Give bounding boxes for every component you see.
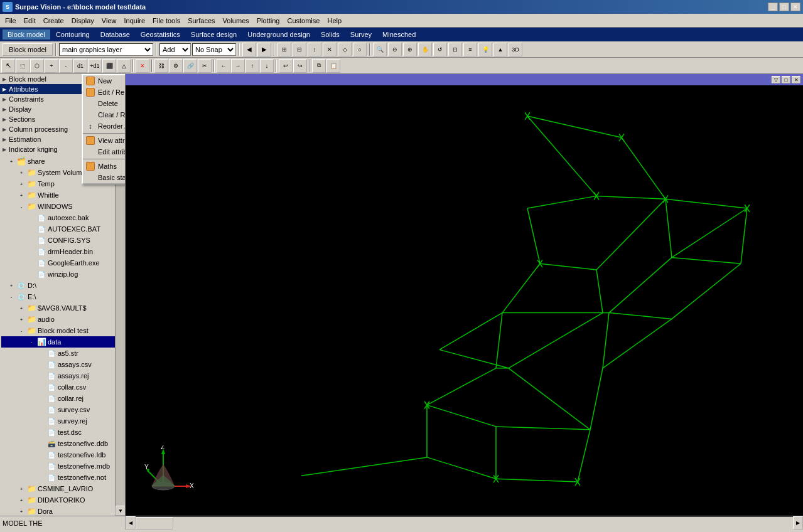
tree-block-model-test[interactable]: - 📁 Block model test <box>1 325 124 336</box>
tree-testzonefive-not[interactable]: 📄 testzonefive.not <box>1 472 124 483</box>
menu-help[interactable]: Help <box>323 16 345 26</box>
nav-surface-design[interactable]: Surface design <box>186 29 242 40</box>
tb-light[interactable]: 💡 <box>478 43 492 56</box>
tree-audio[interactable]: + 📁 audio <box>1 314 124 325</box>
tb-zoom-out[interactable]: ⊖ <box>388 43 402 56</box>
tree-avg-vault[interactable]: + 📁 $AVG8.VAULT$ <box>1 302 124 314</box>
tree-test-dsc[interactable]: 📄 test.dsc <box>1 427 124 438</box>
t3-copy[interactable]: ⧉ <box>312 59 326 73</box>
t3-undo[interactable]: ↩ <box>279 59 293 73</box>
tb-circle[interactable]: ○ <box>353 43 367 56</box>
tb-fit[interactable]: ⊡ <box>448 43 462 56</box>
3d-viewport[interactable]: Z Y X <box>126 85 803 516</box>
t3-arrow-l[interactable]: ← <box>217 59 230 73</box>
tree-collar-rej[interactable]: 📄 collar.rej <box>1 393 124 404</box>
menu-display[interactable]: Display <box>68 16 98 26</box>
nav-contouring[interactable]: Contouring <box>51 29 95 40</box>
tree-assays-csv[interactable]: 📄 assays.csv <box>1 359 124 370</box>
hscroll-left-btn[interactable]: ◀ <box>126 516 136 529</box>
tb-diamond[interactable]: ◇ <box>338 43 352 56</box>
maximize-button[interactable]: □ <box>779 3 789 11</box>
tree-as5-str[interactable]: 📄 as5.str <box>1 348 124 359</box>
menu-volumes[interactable]: Volumes <box>219 16 253 26</box>
tree-file-autoexec-bat[interactable]: 📄 AUTOEXEC.BAT <box>1 223 124 235</box>
t3-link[interactable]: 🔗 <box>183 59 197 73</box>
tb-grid2[interactable]: ⊟ <box>293 43 306 56</box>
nav-solids[interactable]: Solids <box>316 29 345 40</box>
menu-view[interactable]: View <box>98 16 121 26</box>
hscroll-right-btn[interactable]: ▶ <box>793 516 803 529</box>
add-select[interactable]: Add <box>159 43 191 56</box>
tb-shade[interactable]: ▲ <box>493 43 507 56</box>
tree-collar-csv[interactable]: 📄 collar.csv <box>1 381 124 393</box>
nav-survey[interactable]: Survey <box>345 29 377 40</box>
t3-select-box[interactable]: ⬚ <box>16 59 30 73</box>
menu-surfaces[interactable]: Surfaces <box>184 16 218 26</box>
menu-item-edit-one-block[interactable]: Edit attributes for one block <box>83 146 126 157</box>
tb-3d[interactable]: 3D <box>509 43 522 56</box>
tree-dora[interactable]: + 📁 Dora <box>1 506 124 516</box>
tree-file-config-sys[interactable]: 📄 CONFIG.SYS <box>1 235 124 246</box>
menu-inquire[interactable]: Inquire <box>120 16 149 26</box>
tb-zoom-in[interactable]: 🔍 <box>373 43 387 56</box>
nav-underground-design[interactable]: Underground design <box>242 29 315 40</box>
menu-item-clear-reset[interactable]: Clear / Reset to background value <box>83 109 126 120</box>
tree-csmine[interactable]: + 📁 CSMINE_LAVRIO <box>1 483 124 494</box>
block-model-button[interactable]: Block model <box>3 43 53 56</box>
tb-grid[interactable]: ⊞ <box>278 43 291 56</box>
nav-geostatistics[interactable]: Geostatistics <box>136 29 185 40</box>
tree-testzonefive-ldb[interactable]: 📄 testzonefive.ldb <box>1 449 124 460</box>
t3-arrow-u[interactable]: ↑ <box>245 59 259 73</box>
tree-survey-csv[interactable]: 📄 survey.csv <box>1 404 124 415</box>
close-button[interactable]: ✕ <box>790 3 800 11</box>
t3-arrow-d[interactable]: ↓ <box>260 59 274 73</box>
menu-item-new[interactable]: New <box>83 75 126 87</box>
t3-plus-d1[interactable]: +d1 <box>88 59 102 73</box>
tree-assays-rej[interactable]: 📄 assays.rej <box>1 370 124 381</box>
menu-create[interactable]: Create <box>40 16 68 26</box>
t3-redo[interactable]: ↪ <box>293 59 307 73</box>
nav-database[interactable]: Database <box>95 29 135 40</box>
menu-item-maths[interactable]: Maths <box>83 161 126 172</box>
tb-rotate[interactable]: ↺ <box>433 43 447 56</box>
tb-pan[interactable]: ✋ <box>418 43 432 56</box>
tree-file-googleearth[interactable]: 📄 GoogleEarth.exe <box>1 257 124 269</box>
tree-testzonefive-mdb[interactable]: 📄 testzonefive.mdb <box>1 460 124 472</box>
menu-item-view-one-block[interactable]: View attributes for one block <box>83 135 126 146</box>
tree-drive-d[interactable]: + 💿 D:\ <box>1 280 124 291</box>
canvas-close-btn[interactable]: ✕ <box>792 76 800 83</box>
t3-unchain[interactable]: ⚙ <box>169 59 183 73</box>
tb-icon-x[interactable]: ✕ <box>323 43 337 56</box>
tb-icon-2[interactable]: ▶ <box>257 43 271 56</box>
scroll-down-button[interactable]: ▼ <box>116 506 126 516</box>
t3-add-pt[interactable]: + <box>45 59 58 73</box>
menu-item-reorder[interactable]: ↕ Reorder Attributes <box>83 120 126 132</box>
canvas-maximize-btn[interactable]: □ <box>782 76 790 83</box>
snap-select[interactable]: No Snap <box>192 43 236 56</box>
tree-windows[interactable]: - 📁 WINDOWS <box>1 201 124 212</box>
t3-del-pt[interactable]: - <box>59 59 73 73</box>
hscroll-track[interactable] <box>136 516 793 529</box>
tree-file-drmheader[interactable]: 📄 drmHeader.bin <box>1 246 124 257</box>
t3-tri[interactable]: △ <box>117 59 131 73</box>
tree-testzonefive-ddb[interactable]: 🗃️ testzonefive.ddb <box>1 438 124 449</box>
nav-block-model[interactable]: Block model <box>3 29 50 40</box>
graphics-layer-select[interactable]: main graphics layer <box>59 43 153 56</box>
t3-d1[interactable]: d1 <box>73 59 87 73</box>
tree-file-autoexec-bak[interactable]: 📄 autoexec.bak <box>1 212 124 223</box>
t3-paste[interactable]: 📋 <box>326 59 340 73</box>
t3-select-poly[interactable]: ⬡ <box>30 59 44 73</box>
menu-file[interactable]: File <box>1 16 20 26</box>
minimize-button[interactable]: _ <box>768 3 778 11</box>
menu-item-edit-rename[interactable]: Edit / Rename <box>83 87 126 98</box>
tb-layers[interactable]: ≡ <box>463 43 477 56</box>
t3-chain[interactable]: ⛓ <box>154 59 168 73</box>
menu-item-basic-stats[interactable]: Basic statistics <box>83 172 126 183</box>
tb-arrow[interactable]: ↕ <box>308 43 321 56</box>
menu-edit[interactable]: Edit <box>20 16 40 26</box>
menu-file-tools[interactable]: File tools <box>149 16 184 26</box>
tree-whittle[interactable]: + 📁 Whittle <box>1 189 124 201</box>
menu-item-delete[interactable]: Delete <box>83 98 126 109</box>
canvas-minimize-btn[interactable]: ▽ <box>772 76 780 83</box>
t3-cursor[interactable]: ↖ <box>1 59 15 73</box>
